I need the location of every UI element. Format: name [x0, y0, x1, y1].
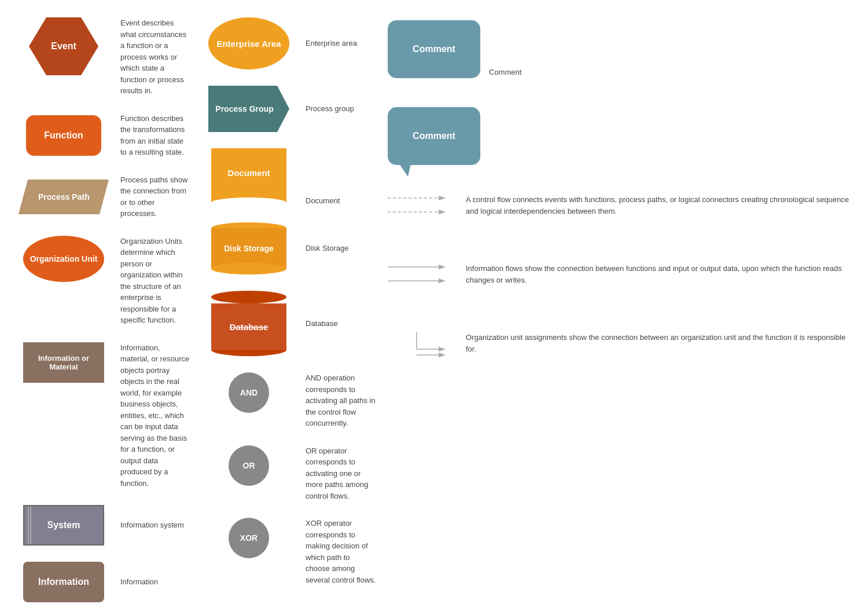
process-path-shape: Process Path	[19, 180, 109, 214]
enterprise-shape-container: Enterprise Area	[203, 17, 295, 69]
comment2-shape-wrapper: Comment	[388, 107, 480, 165]
solid-arrow-row1	[388, 263, 457, 271]
database-label: Database	[230, 322, 269, 332]
document-body: Document	[211, 148, 286, 197]
system-item: System Information system	[17, 505, 191, 546]
org-assign-svg	[388, 332, 446, 367]
xor-shape: XOR	[229, 518, 269, 558]
enterprise-description: Enterprise area	[306, 38, 376, 49]
and-shape: AND	[229, 372, 269, 413]
process-group-item: Process Group Process group	[203, 86, 376, 132]
enterprise-label: Enterprise Area	[216, 39, 281, 49]
process-path-shape-container: Process Path	[17, 180, 110, 214]
disk-shape-container: Disk Storage	[203, 222, 295, 274]
or-shape: OR	[229, 445, 269, 486]
col1: Event Event describes what circumstances…	[12, 12, 197, 604]
or-shape-container: OR	[203, 445, 295, 486]
xor-label: XOR	[240, 533, 258, 543]
info-flow-connector	[388, 263, 457, 285]
and-shape-container: AND	[203, 372, 295, 413]
comment2-label: Comment	[413, 131, 455, 141]
comment1-label: Comment	[413, 44, 455, 54]
org-unit-shape: Organization Unit	[23, 236, 104, 282]
svg-marker-12	[439, 353, 446, 357]
info-material-shape-container: Information or Material	[17, 342, 110, 383]
document-shape: Document	[211, 148, 286, 206]
org-unit-item: Organization Unit Organization Units det…	[17, 236, 191, 326]
event-shape: Event	[29, 17, 98, 75]
document-item: Document Document	[203, 148, 376, 206]
and-description: AND operation corresponds to activating …	[306, 372, 376, 429]
process-path-label: Process Path	[38, 192, 90, 202]
info-flow-description: Information flows show the connection be…	[466, 263, 851, 285]
process-group-shape-container: Process Group	[203, 86, 295, 132]
comment1-item: Comment Comment	[388, 20, 851, 78]
function-shape-container: Function	[17, 115, 110, 156]
xor-shape-container: XOR	[203, 518, 295, 558]
disk-shape: Disk Storage	[211, 222, 286, 274]
disk-storage-item: Disk Storage Disk Storage	[203, 222, 376, 274]
database-shape: Database	[211, 291, 286, 356]
enterprise-area-item: Enterprise Area Enterprise area	[203, 17, 376, 69]
disk-bottom	[211, 263, 286, 274]
function-description: Function describes the transformations f…	[120, 113, 191, 158]
system-description: Information system	[120, 519, 191, 531]
svg-marker-10	[439, 347, 446, 352]
xor-item: XOR XOR operator corresponds to making d…	[203, 518, 376, 585]
legend-grid: Event Event describes what circumstances…	[12, 12, 856, 604]
information-item: Information Information	[17, 562, 191, 602]
process-path-item: Process Path Process paths show the conn…	[17, 174, 191, 219]
database-item: Database Database	[203, 291, 376, 356]
dashed-arrow-row2	[388, 208, 457, 216]
svg-marker-1	[439, 196, 446, 200]
disk-description: Disk Storage	[306, 243, 376, 254]
process-group-shape: Process Group	[208, 86, 289, 132]
database-description: Database	[306, 318, 376, 330]
dashed-arrow1-svg	[388, 194, 446, 202]
event-description: Event describes what circumstances a fun…	[120, 17, 191, 97]
function-label: Function	[44, 130, 83, 141]
solid-arrow1-svg	[388, 263, 446, 271]
event-shape-container: Event	[17, 17, 110, 75]
document-label: Document	[227, 168, 270, 178]
information-shape: Information	[23, 562, 104, 602]
comment1-description: Comment	[489, 67, 851, 78]
comment2-shape: Comment	[388, 107, 480, 165]
event-label: Event	[51, 41, 76, 52]
org-unit-shape-container: Organization Unit	[17, 236, 110, 282]
info-material-item: Information or Material Information, mat…	[17, 342, 191, 489]
svg-marker-3	[439, 210, 446, 214]
information-shape-container: Information	[17, 562, 110, 602]
event-item: Event Event describes what circumstances…	[17, 17, 191, 97]
solid-arrow2-svg	[388, 277, 446, 285]
dashed-arrow2-svg	[388, 208, 446, 216]
function-shape: Function	[26, 115, 101, 156]
information-label: Information	[38, 577, 89, 587]
info-material-shape: Information or Material	[23, 342, 104, 383]
control-flow-description: A control flow connects events with func…	[466, 194, 851, 217]
database-shape-container: Database	[203, 291, 295, 356]
control-flow-item: A control flow connects events with func…	[388, 194, 851, 217]
control-flow-connector	[388, 194, 457, 216]
or-label: OR	[243, 461, 255, 470]
svg-marker-5	[439, 265, 446, 269]
process-group-description: Process group	[306, 103, 376, 115]
info-material-description: Information, material, or resource objec…	[120, 342, 191, 489]
svg-marker-7	[439, 279, 446, 283]
or-item: OR OR operator corresponds to activating…	[203, 445, 376, 502]
org-unit-label: Organization Unit	[30, 254, 98, 263]
org-assign-description: Organization unit assignments show the c…	[466, 332, 851, 354]
system-shape-container: System	[17, 505, 110, 546]
comment1-shape: Comment	[388, 20, 480, 78]
col3: Comment Comment Comment	[382, 12, 856, 604]
function-item: Function Function describes the transfor…	[17, 113, 191, 158]
information-description: Information	[120, 576, 191, 588]
system-label: System	[47, 520, 80, 530]
document-description: Document	[306, 195, 376, 207]
process-group-label: Process Group	[215, 104, 273, 114]
and-label: AND	[240, 388, 258, 397]
solid-arrow-row2	[388, 277, 457, 285]
db-body: Database	[211, 303, 286, 350]
col2: Enterprise Area Enterprise area Process …	[197, 12, 382, 604]
document-shape-container: Document	[203, 148, 295, 206]
